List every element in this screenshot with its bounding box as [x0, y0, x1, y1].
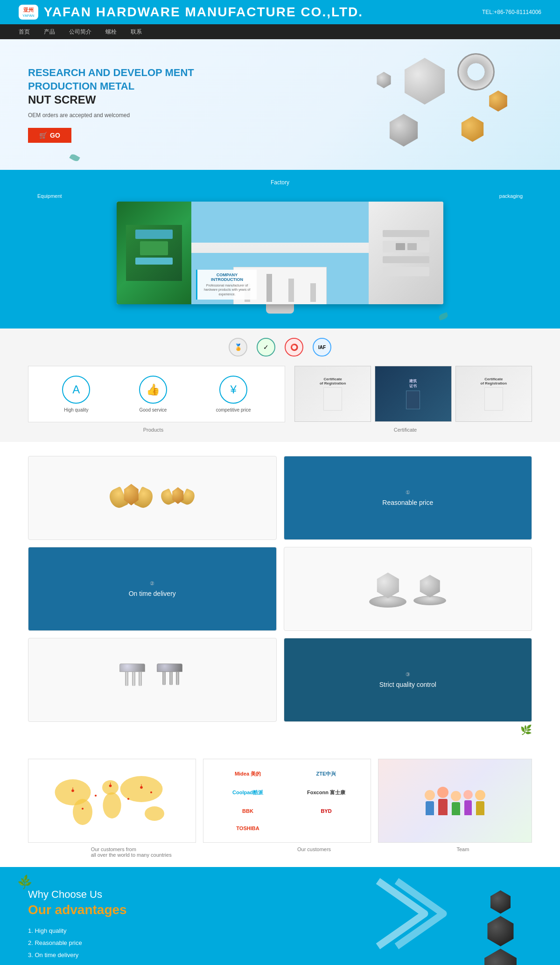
- cert-quality-icon: A: [62, 376, 90, 404]
- svg-point-2: [102, 780, 119, 795]
- flange-nut-2: [413, 573, 446, 605]
- factory-sub-labels: Equipment packaging: [19, 190, 541, 202]
- cert-quality: A High quality: [62, 376, 90, 413]
- customers-team-label: Team: [456, 846, 469, 858]
- cert-price: ¥ competitive price: [216, 376, 251, 413]
- cert-service: 👍 Good service: [139, 376, 167, 413]
- leaf-1: [69, 153, 80, 162]
- svg-point-1: [73, 799, 92, 825]
- cert-section: 🏅 ✓ ⭕ IAF A High quality 👍 Good service …: [0, 329, 560, 442]
- logo-area: 亚州 YAFAN YAFAN HARDWARE MANUFACTURE CO.,…: [19, 5, 363, 20]
- cert-price-label: competitive price: [216, 407, 251, 413]
- hero-subtitle: OEM orders are accepted and welcomed: [28, 111, 194, 119]
- hero-nut-med: [387, 114, 420, 147]
- wing-nut-1: [110, 477, 152, 519]
- brand-bbk: BBK: [210, 806, 285, 816]
- hero-content: RESEARCH AND DEVELOP MENT PRODUCTION MET…: [28, 66, 194, 142]
- cert-badge-2: ✓: [257, 338, 275, 357]
- why-decoration: [336, 876, 532, 965]
- t-prong-3: [139, 672, 142, 686]
- cert-badge-3: ⭕: [285, 338, 303, 357]
- delivery-title: On time delivery: [129, 590, 176, 597]
- header: 亚州 YAFAN YAFAN HARDWARE MANUFACTURE CO.,…: [0, 0, 560, 24]
- product-flange-nuts: [284, 547, 532, 631]
- cert-main: A High quality 👍 Good service ¥ competit…: [28, 366, 532, 422]
- nav-home[interactable]: 首页: [19, 28, 30, 36]
- product-wing-nuts: [28, 456, 277, 540]
- factory-building-image: COMPANYINTRODUCTION Professional manufac…: [191, 202, 369, 304]
- svg-point-12: [127, 798, 129, 800]
- hero-section: RESEARCH AND DEVELOP MENT PRODUCTION MET…: [0, 39, 560, 170]
- brand-byd: BYD: [289, 806, 364, 816]
- hero-title3: NUT SCREW: [28, 93, 194, 106]
- logo-box: 亚州 YAFAN: [19, 5, 38, 20]
- factory-section: Factory Equipment packaging: [0, 170, 560, 329]
- delivery-number: ②: [129, 580, 176, 587]
- factory-packaging-image: [369, 202, 443, 304]
- hero-title2: PRODUCTION METAL: [28, 80, 194, 93]
- brand-zte: ZTE中兴: [289, 769, 364, 779]
- why-title: Why Choose Us: [28, 888, 127, 901]
- leaf-3: 🌿: [520, 725, 532, 735]
- person-2: [437, 787, 448, 815]
- cert-doc-1: Certificateof Registration: [294, 366, 371, 422]
- hero-nut-extra: [488, 91, 509, 112]
- flange-top: [375, 573, 401, 598]
- cert-quality-label: High quality: [64, 407, 88, 413]
- cert-price-icon: ¥: [219, 376, 247, 404]
- cert-label-products: Products: [143, 427, 163, 433]
- cert-badges-top: 🏅 ✓ ⭕ IAF: [28, 338, 532, 357]
- black-nut-3: [482, 949, 519, 965]
- team-silhouettes: [425, 787, 485, 815]
- why-section: 🌿 Why Choose Us Our advantages 1. High q…: [0, 867, 560, 965]
- person-5: [475, 790, 485, 815]
- factory-packaging-label: packaging: [499, 193, 523, 199]
- hero-nut-small: [460, 116, 485, 142]
- brand-toshiba: TOSHIBA: [210, 824, 285, 833]
- customers-grid: Midea 美的 ZTE中兴 Coolpad酷派 Foxconn 富士康 BBK…: [28, 759, 532, 843]
- logo-cn: 亚州: [23, 7, 34, 14]
- quality-number: ③: [379, 671, 436, 678]
- brand-midea: Midea 美的: [210, 769, 285, 779]
- t-prong-2: [132, 672, 135, 686]
- price-title: Reasonable price: [382, 499, 433, 506]
- svg-point-10: [150, 791, 152, 793]
- cert-doc-3: Certificateof Registration: [455, 366, 532, 422]
- hero-image: [313, 44, 523, 165]
- cert-labels: Products Certificate: [28, 427, 532, 433]
- nav-about[interactable]: 公司简介: [69, 28, 91, 36]
- person-4: [463, 790, 473, 815]
- nav-bolts[interactable]: 螺栓: [105, 28, 117, 36]
- cert-service-label: Good service: [140, 407, 167, 413]
- cert-badge-iaf: IAF: [313, 338, 331, 357]
- world-map-svg: [35, 766, 189, 832]
- black-nuts-stack: [478, 890, 523, 965]
- flange-base-2: [413, 596, 446, 605]
- hero-nut-extra2: [376, 72, 392, 88]
- header-phone: TEL:+86-760-81114006: [482, 9, 541, 15]
- wing-nut-2: [161, 482, 194, 514]
- nav-products[interactable]: 产品: [44, 28, 55, 36]
- cert-label-certificate: Certificate: [394, 427, 417, 433]
- quality-title: Strict quality control: [379, 681, 436, 688]
- company-intro-box: COMPANYINTRODUCTION Professional manufac…: [196, 270, 257, 300]
- svg-point-5: [145, 806, 164, 821]
- svg-point-4: [120, 776, 163, 802]
- arrow-decoration: [369, 876, 462, 965]
- cert-badge-1: 🏅: [229, 338, 247, 357]
- svg-point-3: [103, 792, 121, 818]
- team-photo: [378, 759, 532, 842]
- why-list: 1. High quality 2. Reasonable price 3. O…: [28, 925, 127, 965]
- nav-bar: 首页 产品 公司简介 螺栓 联系: [0, 24, 560, 39]
- cert-service-icon: 👍: [139, 376, 167, 404]
- nav-contact[interactable]: 联系: [131, 28, 142, 36]
- t-prong-6: [176, 672, 179, 685]
- flange-nut-1: [369, 570, 406, 608]
- person-3: [451, 791, 461, 815]
- hero-go-button[interactable]: 🛒 GO: [28, 128, 71, 143]
- black-nut-2: [485, 916, 516, 946]
- brand-coolpad: Coolpad酷派: [210, 787, 285, 798]
- customers-section: Midea 美的 ZTE中兴 Coolpad酷派 Foxconn 富士康 BBK…: [0, 749, 560, 867]
- cert-icons: A High quality 👍 Good service ¥ competit…: [28, 366, 285, 422]
- t-nut-2: [157, 664, 185, 696]
